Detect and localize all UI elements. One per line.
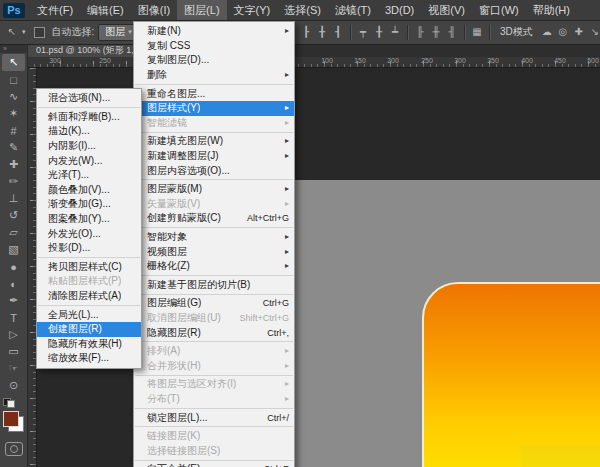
menu-item-outer-glow[interactable]: 外发光(O)... <box>37 226 141 241</box>
menubar-item-5[interactable]: 选择(S) <box>277 0 328 20</box>
menu-item-link-layers[interactable]: 链接图层(K) <box>134 429 294 444</box>
menu-item-rasterize[interactable]: 栅格化(Z)▸ <box>134 259 294 274</box>
menu-item-copy-layer-style[interactable]: 拷贝图层样式(C) <box>37 260 141 275</box>
menu-item-pattern-overlay[interactable]: 图案叠加(Y)... <box>37 212 141 227</box>
auto-select-checkbox[interactable] <box>34 27 45 38</box>
menu-item-stroke[interactable]: 描边(K)... <box>37 124 141 139</box>
crop-tool[interactable]: # <box>2 122 25 139</box>
hand-tool[interactable]: ☞ <box>2 360 25 377</box>
menu-item-lock-layers[interactable]: 锁定图层(L)...Ctrl+/ <box>134 410 294 425</box>
3d-rotate-icon[interactable]: ☁ <box>539 20 555 44</box>
align-right-edges-icon[interactable]: ┨ <box>330 20 346 44</box>
distribute-centers-icon[interactable]: ╫ <box>428 20 444 44</box>
type-tool[interactable]: T <box>2 309 25 326</box>
menubar-item-8[interactable]: 视图(V) <box>421 0 472 20</box>
tool-preset-caret-icon[interactable]: ▾ <box>22 28 26 36</box>
menu-item-smart-objects[interactable]: 智能对象▸ <box>134 230 294 245</box>
menu-item-duplicate-layer[interactable]: 复制图层(D)... <box>134 53 294 68</box>
menu-item-copy-css[interactable]: 复制 CSS <box>134 39 294 54</box>
zoom-tool[interactable]: ⊙ <box>2 377 25 394</box>
menubar-item-10[interactable]: 帮助(H) <box>526 0 577 20</box>
menubar-item-0[interactable]: 文件(F) <box>30 0 80 20</box>
menu-item-color-overlay[interactable]: 颜色叠加(V)... <box>37 183 141 198</box>
healing-brush-tool[interactable]: ✚ <box>2 156 25 173</box>
tools-collapse-chevrons-icon[interactable]: » <box>0 44 27 53</box>
brush-tool[interactable]: ✏ <box>2 173 25 190</box>
foreground-color-swatch[interactable] <box>3 411 19 427</box>
move-tool[interactable]: ↖ <box>2 54 25 71</box>
menu-item-blending-options[interactable]: 混合选项(N)... <box>37 91 141 106</box>
menu-item-new-adjustment-layer[interactable]: 新建调整图层(J)▸ <box>134 149 294 164</box>
menubar-item-2[interactable]: 图像(I) <box>131 0 177 20</box>
menu-item-layer-mask[interactable]: 图层蒙版(M)▸ <box>134 182 294 197</box>
history-brush-tool[interactable]: ↺ <box>2 207 25 224</box>
eyedropper-tool[interactable]: ✎ <box>2 139 25 156</box>
align-top-edges-icon[interactable]: ┯ <box>355 20 371 44</box>
menubar-item-4[interactable]: 文字(Y) <box>227 0 278 20</box>
3d-drag-icon[interactable]: ✚ <box>571 20 587 44</box>
auto-align-layers-icon[interactable]: ▦ <box>469 20 485 44</box>
menu-item-merge-down[interactable]: 向下合并(E)Ctrl+E <box>134 462 294 467</box>
menu-item-scale-effects[interactable]: 缩放效果(F)... <box>37 351 141 366</box>
eraser-tool[interactable]: ▱ <box>2 224 25 241</box>
menu-item-align-layers-to-selection[interactable]: 将图层与选区对齐(I)▸ <box>134 377 294 392</box>
menubar-item-9[interactable]: 窗口(W) <box>472 0 526 20</box>
menu-item-distribute[interactable]: 分布(T)▸ <box>134 392 294 407</box>
menu-item-select-linked-layers[interactable]: 选择链接图层(S) <box>134 443 294 458</box>
menu-item-ungroup-layers[interactable]: 取消图层编组(U)Shift+Ctrl+G <box>134 311 294 326</box>
menu-item-global-light[interactable]: 全局光(L)... <box>37 307 141 322</box>
menubar-item-3[interactable]: 图层(L) <box>177 0 226 20</box>
menu-item-hide-all-effects[interactable]: 隐藏所有效果(H) <box>37 337 141 352</box>
shape-tool[interactable]: ▭ <box>2 343 25 360</box>
menu-item-video-layers[interactable]: 视频图层▸ <box>134 244 294 259</box>
path-selection-tool[interactable]: ▷ <box>2 326 25 343</box>
magic-wand-tool[interactable]: ✶ <box>2 105 25 122</box>
menu-item-new[interactable]: 新建(N)▸ <box>134 24 294 39</box>
menu-item-inner-glow[interactable]: 内发光(W)... <box>37 153 141 168</box>
auto-select-dropdown[interactable]: 图层 ▾ <box>98 24 137 41</box>
default-colors-icon[interactable] <box>3 398 15 408</box>
menu-item-drop-shadow[interactable]: 投影(D)... <box>37 241 141 256</box>
menubar-item-1[interactable]: 编辑(E) <box>80 0 131 20</box>
menubar-item-6[interactable]: 滤镜(T) <box>328 0 378 20</box>
menubar-item-7[interactable]: 3D(D) <box>378 0 421 20</box>
menu-item-new-layer-based-slice[interactable]: 新建基于图层的切片(B) <box>134 278 294 293</box>
menu-item-inner-shadow[interactable]: 内阴影(I)... <box>37 139 141 154</box>
menu-item-rename-layer[interactable]: 重命名图层... <box>134 86 294 101</box>
menu-item-hide-layers[interactable]: 隐藏图层(R)Ctrl+, <box>134 325 294 340</box>
menu-item-create-clipping-mask[interactable]: 创建剪贴蒙版(C)Alt+Ctrl+G <box>134 211 294 226</box>
menu-item-smart-filter[interactable]: 智能滤镜▸ <box>134 116 294 131</box>
distribute-left-icon[interactable]: ╟ <box>412 20 428 44</box>
align-vertical-centers-icon[interactable]: ╂ <box>371 20 387 44</box>
menu-item-bevel-emboss[interactable]: 斜面和浮雕(B)... <box>37 110 141 125</box>
menu-item-layer-content-options[interactable]: 图层内容选项(O)... <box>134 163 294 178</box>
menu-item-create-layer[interactable]: 创建图层(R) <box>37 322 141 337</box>
pen-tool[interactable]: ✒ <box>2 292 25 309</box>
ruler-label: 250 <box>421 57 433 64</box>
align-horizontal-centers-icon[interactable]: ╂ <box>314 20 330 44</box>
lasso-tool[interactable]: ∿ <box>2 88 25 105</box>
menu-item-label: 视频图层 <box>147 245 187 259</box>
menu-item-combine-shapes[interactable]: 合并形状(H)▸ <box>134 358 294 373</box>
gradient-tool[interactable]: ▧ <box>2 241 25 258</box>
quick-mask-icon[interactable] <box>5 442 23 456</box>
distribute-right-icon[interactable]: ╢ <box>444 20 460 44</box>
clone-stamp-tool[interactable]: ⊥ <box>2 190 25 207</box>
menu-item-gradient-overlay[interactable]: 渐变叠加(G)... <box>37 197 141 212</box>
align-left-edges-icon[interactable]: ┠ <box>298 20 314 44</box>
menu-item-layer-style[interactable]: 图层样式(Y)▸ <box>134 101 294 116</box>
3d-slide-icon[interactable]: ↘ <box>587 20 600 44</box>
blur-tool[interactable]: ● <box>2 258 25 275</box>
menu-item-group-layers[interactable]: 图层编组(G)Ctrl+G <box>134 296 294 311</box>
menu-item-satin[interactable]: 光泽(T)... <box>37 168 141 183</box>
menu-item-clear-layer-style[interactable]: 清除图层样式(A) <box>37 289 141 304</box>
3d-roll-icon[interactable]: ◎ <box>555 20 571 44</box>
align-bottom-edges-icon[interactable]: ┷ <box>387 20 403 44</box>
dodge-tool[interactable]: ◐ <box>2 275 25 292</box>
menu-item-paste-layer-style[interactable]: 粘贴图层样式(P) <box>37 274 141 289</box>
menu-item-delete[interactable]: 删除▸ <box>134 68 294 83</box>
marquee-tool[interactable]: □ <box>2 71 25 88</box>
menu-item-arrange[interactable]: 排列(A)▸ <box>134 344 294 359</box>
menu-item-new-fill-layer[interactable]: 新建填充图层(W)▸ <box>134 134 294 149</box>
menu-item-vector-mask[interactable]: 矢量蒙版(V)▸ <box>134 197 294 212</box>
